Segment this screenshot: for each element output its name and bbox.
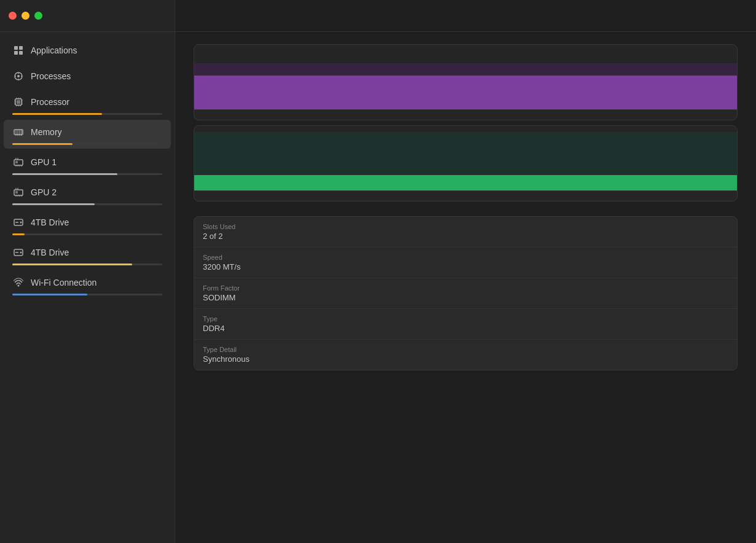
processor-bar-container <box>12 113 162 115</box>
property-label: Type Detail <box>203 346 728 353</box>
properties-card: Slots Used2 of 2Speed3200 MT/sForm Facto… <box>194 216 738 370</box>
sidebar-item-drive1[interactable]: 4TB Drive <box>4 210 171 239</box>
svg-rect-3 <box>19 51 23 55</box>
drive2-bar <box>12 264 132 265</box>
svg-rect-58 <box>194 76 737 109</box>
property-value: Synchronous <box>203 354 728 364</box>
titlebar <box>0 0 175 32</box>
wifi-icon <box>12 276 25 289</box>
sidebar-item-label-gpu1: GPU 1 <box>31 157 57 167</box>
svg-point-55 <box>18 285 20 287</box>
sidebar-item-gpu1[interactable]: GPU 1 <box>4 150 171 179</box>
memory-chart-block <box>194 44 738 120</box>
sidebar-item-memory[interactable]: Memory <box>4 120 171 149</box>
svg-rect-0 <box>14 46 18 50</box>
property-value: 2 of 2 <box>203 232 728 241</box>
sidebar-nav: ApplicationsProcessesProcessorMemoryGPU … <box>0 32 175 543</box>
gpu1-bar-container <box>12 173 162 175</box>
svg-point-5 <box>17 75 20 77</box>
sidebar-item-label-processor: Processor <box>31 97 69 107</box>
sidebar-item-wifi[interactable]: Wi-Fi Connection <box>4 270 171 299</box>
svg-point-53 <box>20 252 22 254</box>
drive1-bar <box>12 233 25 235</box>
drive2-bar-container <box>12 264 162 265</box>
usage-section <box>194 44 738 201</box>
property-row: TypeDDR4 <box>194 309 737 340</box>
memory-icon <box>12 126 25 138</box>
memory-bar <box>12 143 73 145</box>
swap-chart-area <box>194 126 737 190</box>
maximize-button[interactable] <box>34 12 42 20</box>
property-row: Form FactorSODIMM <box>194 278 737 309</box>
property-value: SODIMM <box>203 293 728 302</box>
property-row: Slots Used2 of 2 <box>194 217 737 248</box>
sidebar-item-gpu2[interactable]: GPU 2 <box>4 180 171 209</box>
property-label: Form Factor <box>203 284 728 292</box>
processor-icon <box>12 96 25 108</box>
gpu1-bar <box>12 173 117 175</box>
svg-rect-42 <box>15 191 18 193</box>
properties-section: Slots Used2 of 2Speed3200 MT/sForm Facto… <box>194 216 738 370</box>
swap-chart-svg <box>194 126 737 190</box>
property-value: 3200 MT/s <box>203 262 728 272</box>
svg-point-50 <box>20 222 22 224</box>
applications-icon <box>12 44 25 57</box>
wifi-bar <box>12 294 87 295</box>
memory-chart-area <box>194 45 737 109</box>
sidebar-item-label-wifi: Wi-Fi Connection <box>31 278 96 287</box>
sidebar-item-label-processes: Processes <box>31 71 71 81</box>
drive1-bar-container <box>12 233 162 235</box>
property-label: Speed <box>203 254 728 261</box>
sidebar-item-processes[interactable]: Processes <box>4 64 171 88</box>
sidebar-item-label-memory: Memory <box>31 127 62 137</box>
gpu1-icon <box>12 156 25 168</box>
drive2-icon <box>12 246 25 259</box>
property-label: Slots Used <box>203 223 728 230</box>
memory-chart-svg <box>194 45 737 109</box>
gpu2-bar-container <box>12 203 162 205</box>
svg-rect-1 <box>19 46 23 50</box>
close-button[interactable] <box>9 12 17 20</box>
sidebar-item-processor[interactable]: Processor <box>4 90 171 119</box>
svg-rect-61 <box>194 175 737 190</box>
traffic-lights <box>9 12 42 20</box>
gpu2-icon <box>12 186 25 198</box>
main-content: Slots Used2 of 2Speed3200 MT/sForm Facto… <box>175 0 756 543</box>
memory-chart-footer <box>194 109 737 120</box>
property-row: Speed3200 MT/s <box>194 248 737 278</box>
sidebar: ApplicationsProcessesProcessorMemoryGPU … <box>0 0 175 543</box>
property-label: Type <box>203 315 728 322</box>
drive1-icon <box>12 216 25 229</box>
property-value: DDR4 <box>203 324 728 333</box>
gpu2-bar <box>12 203 95 205</box>
sidebar-item-label-applications: Applications <box>31 45 77 55</box>
minimize-button[interactable] <box>22 12 30 20</box>
sidebar-item-drive2[interactable]: 4TB Drive <box>4 240 171 269</box>
wifi-bar-container <box>12 294 162 295</box>
svg-rect-2 <box>14 51 18 55</box>
processor-bar <box>12 113 102 115</box>
svg-rect-34 <box>15 161 18 163</box>
sidebar-item-label-drive1: 4TB Drive <box>31 217 69 227</box>
svg-rect-11 <box>17 100 20 104</box>
property-row: Type DetailSynchronous <box>194 340 737 370</box>
swap-chart-block <box>194 125 738 201</box>
sidebar-item-applications[interactable]: Applications <box>4 38 171 63</box>
swap-chart-footer <box>194 190 737 201</box>
processes-icon <box>12 70 25 82</box>
sidebar-item-label-gpu2: GPU 2 <box>31 187 57 197</box>
memory-bar-container <box>12 143 162 145</box>
main-header <box>175 0 756 32</box>
sidebar-item-label-drive2: 4TB Drive <box>31 248 69 257</box>
